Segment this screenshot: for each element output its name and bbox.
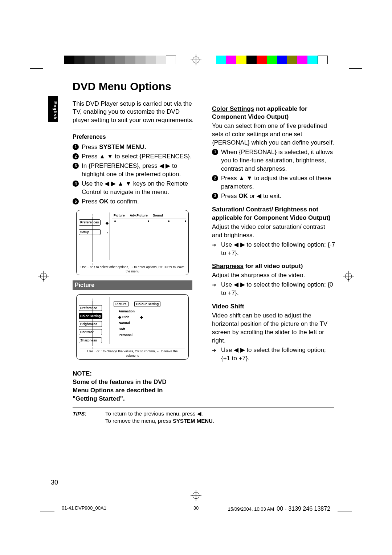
registration-target-icon bbox=[191, 54, 201, 65]
menu-item-brightness: Brightness bbox=[79, 321, 102, 327]
footer-right: 15/09/2004, 10:03 AM 00 - 3139 246 13872 bbox=[228, 505, 330, 513]
menu-item-contrast: Contrast bbox=[79, 329, 102, 335]
color-step-1: 1When {PERSONAL} is selected, it allows … bbox=[212, 148, 335, 173]
tips-line-1: To return to the previous menu, press ◀. bbox=[105, 410, 214, 417]
vshift-p1: Video shift can be used to adjust the ho… bbox=[212, 312, 335, 345]
menu-item-color-setting: Color Setting bbox=[79, 313, 102, 319]
right-column: Color Settings not applicable for Compon… bbox=[212, 100, 335, 403]
color-step-3: 3Press OK or ◀ to exit. bbox=[212, 192, 335, 200]
left-column: This DVD Player setup is carried out via… bbox=[73, 100, 196, 403]
opt-natural: Natural bbox=[119, 321, 186, 325]
tips-line-2: To remove the menu, press SYSTEM MENU. bbox=[105, 417, 214, 425]
pref-step-1: 1Press SYSTEM MENU. bbox=[73, 143, 196, 151]
registration-strip-top bbox=[0, 54, 392, 65]
page-body: English DVD Menu Options This DVD Player… bbox=[51, 76, 341, 487]
color-settings-p1: You can select from one of five predefin… bbox=[212, 122, 335, 147]
preferences-heading: Preferences bbox=[73, 133, 192, 141]
page-number: 30 bbox=[51, 478, 58, 487]
crop-mark-br bbox=[339, 511, 352, 511]
registration-target-left-icon bbox=[38, 271, 49, 284]
language-tab: English bbox=[48, 96, 58, 122]
intro-paragraph: This DVD Player setup is carried out via… bbox=[73, 100, 196, 125]
scb-head: Saturation/ Contrast/ Brightness not app… bbox=[212, 206, 335, 222]
menu-item-sharpness: Sharpness bbox=[79, 337, 102, 343]
two-column-layout: This DVD Player setup is carried out via… bbox=[73, 100, 341, 403]
registration-target-right-icon bbox=[343, 271, 354, 284]
scb-arrow-step: ➜Use ◀ ▶ to select the following option;… bbox=[212, 241, 335, 258]
arrow-right-icon: ➜ bbox=[212, 347, 218, 363]
picture-title-box: Picture bbox=[114, 301, 128, 307]
menu-hint: Use ↓ or ↑ to change the values, OK to c… bbox=[80, 348, 185, 358]
color-settings-head: Color Settings not applicable for Compon… bbox=[212, 105, 335, 122]
page-title: DVD Menu Options bbox=[73, 79, 341, 94]
gray-bars bbox=[64, 56, 176, 64]
pref-step-2: 2Press ▲ ▼ to select {PREFERENCES}. bbox=[73, 153, 196, 161]
arrow-right-icon: ➜ bbox=[212, 281, 218, 297]
preferences-menu-screenshot: ↑ ↓ Preferences Setup ▸ Picture Adv.Pict… bbox=[76, 210, 189, 275]
picture-menu-screenshot: ↑ ↓ Preference Color Setting Brightness … bbox=[76, 294, 189, 360]
tips-row: TIPS: To return to the previous menu, pr… bbox=[73, 408, 334, 425]
opt-rich: Rich bbox=[119, 315, 186, 319]
pref-step-3: 3In {PREFERENCES}, press ◀ ▶ to highligh… bbox=[73, 162, 196, 179]
menu-item-setup: Setup bbox=[79, 229, 101, 235]
menu-tabs: Picture Adv.Picture Sound bbox=[112, 213, 186, 219]
opt-animation: Animation bbox=[119, 309, 186, 313]
picture-heading: Picture bbox=[73, 280, 192, 290]
scb-p1: Adjust the video color saturation/ contr… bbox=[212, 223, 335, 240]
note-text: NOTE:Some of the features in the DVD Men… bbox=[73, 370, 181, 403]
menu-hint: Use ↓ or ↑ to select other options, → to… bbox=[80, 264, 185, 274]
footer-center: 30 bbox=[193, 505, 199, 511]
menu-item-preferences: Preferences bbox=[79, 219, 101, 225]
crop-mark-bl bbox=[40, 511, 54, 511]
opt-personal: Personal bbox=[119, 333, 186, 337]
colour-setting-box: Colour Setting bbox=[134, 301, 160, 307]
sharp-arrow-step: ➜Use ◀ ▶ to select the following option;… bbox=[212, 281, 335, 297]
sharp-p1: Adjust the sharpness of the video. bbox=[212, 271, 335, 280]
footer-left: 01-41 DVP900_00A1 bbox=[62, 505, 106, 511]
color-step-2: 2Press ▲ ▼ to adjust the values of these… bbox=[212, 174, 335, 191]
divider bbox=[73, 130, 192, 130]
vshift-head: Video Shift bbox=[212, 303, 335, 311]
vshift-arrow-step: ➜Use ◀ ▶ to select the following option;… bbox=[212, 346, 335, 363]
registration-target-bottom-icon bbox=[191, 490, 201, 503]
tips-label: TIPS: bbox=[73, 410, 105, 425]
pref-step-4: 4Use the ◀ ▶ ▲ ▼ keys on the Remote Cont… bbox=[73, 180, 196, 197]
menu-item-preference: Preference bbox=[79, 305, 102, 311]
diamond-icon bbox=[106, 222, 109, 224]
arrow-right-icon: ➜ bbox=[212, 242, 218, 258]
pref-step-5: 5Press OK to confirm. bbox=[73, 198, 196, 206]
opt-soft: Soft bbox=[119, 327, 186, 331]
color-bars bbox=[216, 56, 328, 64]
sharp-head: Sharpness for all video output) bbox=[212, 262, 335, 271]
